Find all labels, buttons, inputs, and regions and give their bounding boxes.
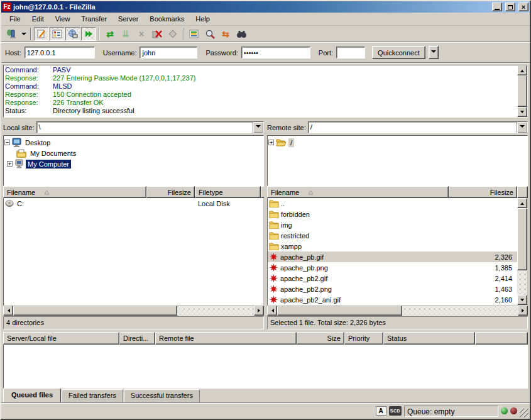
scroll-right-button[interactable] (518, 306, 528, 316)
remote-dir-row[interactable]: restricted (268, 230, 517, 241)
scrollbar-track[interactable] (402, 306, 518, 316)
process-queue-button[interactable]: ⇊ (118, 27, 133, 41)
remote-file-row[interactable]: apache_pb2_ani.gif 2,160 (268, 294, 517, 305)
cancel-operation-button[interactable]: × (134, 27, 149, 41)
local-site-combo[interactable]: \ (36, 121, 264, 133)
site-manager-dropdown[interactable] (19, 27, 28, 41)
column-remote-file[interactable]: Remote file (155, 332, 297, 345)
column-status[interactable]: Status (383, 332, 475, 345)
column-filename[interactable]: Filename (267, 186, 449, 198)
local-file-row[interactable]: C: Local Disk (4, 198, 263, 209)
local-tree-toggle-button[interactable] (50, 27, 65, 41)
collapse-icon[interactable]: − (4, 140, 10, 145)
remote-dir-row[interactable]: img (268, 219, 517, 230)
local-hscrollbar[interactable] (3, 306, 264, 316)
scroll-down-button[interactable] (517, 295, 527, 305)
remote-file-row[interactable]: apache_pb.png 1,385 (268, 262, 517, 273)
scroll-down-button[interactable] (517, 107, 527, 117)
tab-failed-transfers[interactable]: Failed transfers (62, 389, 123, 402)
tree-item-desktop[interactable]: − Desktop (4, 137, 263, 148)
local-site-dropdown[interactable] (253, 122, 263, 133)
resize-grip[interactable] (520, 409, 528, 417)
minimize-button[interactable] (492, 3, 502, 11)
column-filetype[interactable]: Filetype (195, 186, 261, 198)
scrollbar-track[interactable] (517, 270, 527, 295)
port-input[interactable] (336, 47, 365, 58)
site-manager-button[interactable] (4, 27, 19, 41)
menu-view[interactable]: View (50, 13, 76, 25)
remote-tree-toggle-button[interactable] (65, 27, 80, 41)
host-input[interactable] (25, 47, 95, 58)
transfer-queue: Server/Local file Directi... Remote file… (3, 332, 528, 389)
scroll-left-button[interactable] (3, 306, 13, 316)
tree-item-my-computer[interactable]: + My Computer (4, 158, 263, 169)
column-filesize[interactable]: Filesize (449, 186, 517, 198)
column-direction[interactable]: Directi... (119, 332, 155, 345)
transfer-type-icon[interactable]: A (376, 406, 386, 416)
scroll-up-button[interactable] (517, 65, 527, 75)
scroll-left-button[interactable] (267, 306, 277, 316)
quickconnect-button[interactable]: Quickconnect (372, 46, 425, 59)
close-button[interactable]: × (518, 3, 528, 11)
column-filesize[interactable]: Filesize (146, 186, 195, 198)
column-size[interactable]: Size (297, 332, 344, 345)
scrollbar-thumb[interactable] (517, 208, 527, 270)
reconnect-button[interactable] (165, 27, 180, 41)
directory-comparison-button[interactable] (234, 27, 249, 41)
tab-successful-transfers[interactable]: Successful transfers (124, 389, 200, 402)
speed-limits-icon[interactable]: SCD (389, 406, 402, 416)
remote-file-row[interactable]: apache_pb.gif 2,326 (268, 251, 517, 262)
scroll-right-button[interactable] (254, 306, 264, 316)
quickconnect-dropdown[interactable] (429, 46, 439, 59)
menu-edit[interactable]: Edit (26, 13, 50, 25)
menu-file[interactable]: File (4, 13, 26, 25)
scrollbar-thumb[interactable] (517, 75, 527, 107)
expand-icon[interactable]: + (268, 140, 274, 145)
remote-dir-row[interactable]: .. (268, 198, 517, 209)
maximize-button[interactable] (505, 3, 515, 11)
remote-hscrollbar[interactable] (267, 306, 528, 316)
arrow-down-icon (520, 111, 524, 115)
scroll-up-button[interactable] (517, 198, 527, 208)
header-filler (475, 332, 528, 345)
column-filename[interactable]: Filename (3, 186, 146, 198)
close-icon: × (522, 4, 525, 10)
transfer-queue-toggle-button[interactable] (81, 27, 96, 41)
remote-vscrollbar[interactable] (517, 198, 527, 305)
log-scrollbar[interactable] (517, 65, 527, 117)
image-file-icon (269, 274, 278, 283)
column-priority[interactable]: Priority (344, 332, 383, 345)
username-input[interactable] (140, 47, 197, 58)
remote-file-row[interactable]: apache_pb2.png 1,463 (268, 284, 517, 294)
tab-queued-files[interactable]: Queued files (3, 388, 61, 402)
log-line: Response:226 Transfer OK (5, 99, 516, 107)
password-input[interactable] (241, 47, 310, 58)
remote-site-combo[interactable]: / (308, 121, 528, 133)
title-bar: Fz john@127.0.0.1 - FileZilla × (1, 1, 530, 13)
filter-button[interactable] (187, 27, 202, 41)
menu-server[interactable]: Server (112, 13, 144, 25)
synchronized-browsing-button[interactable]: ⇆ (218, 27, 233, 41)
window-title: john@127.0.0.1 - FileZilla (13, 3, 489, 11)
tree-item-root[interactable]: + / (268, 137, 527, 148)
remote-file-row[interactable]: apache_pb2.gif 2,414 (268, 273, 517, 284)
password-label: Password: (205, 49, 238, 57)
refresh-button[interactable]: ⇄ (102, 27, 118, 41)
disconnect-button[interactable] (150, 27, 165, 41)
scrollbar-track[interactable] (177, 306, 254, 316)
file-search-button[interactable] (202, 27, 217, 41)
expand-icon[interactable]: + (7, 161, 13, 167)
column-last-modified[interactable]: L (261, 186, 264, 198)
menu-help[interactable]: Help (190, 13, 216, 25)
menu-bookmarks[interactable]: Bookmarks (144, 13, 190, 25)
message-log-toggle-button[interactable] (34, 27, 49, 41)
scrollbar-thumb[interactable] (277, 306, 402, 316)
port-label: Port: (319, 49, 333, 57)
remote-site-dropdown[interactable] (517, 122, 527, 133)
scrollbar-thumb[interactable] (13, 306, 177, 316)
remote-dir-row[interactable]: forbidden (268, 209, 517, 219)
tree-item-my-documents[interactable]: My Documents (4, 148, 263, 158)
menu-transfer[interactable]: Transfer (75, 13, 112, 25)
column-server-local-file[interactable]: Server/Local file (3, 332, 119, 345)
remote-dir-row[interactable]: xampp (268, 241, 517, 251)
